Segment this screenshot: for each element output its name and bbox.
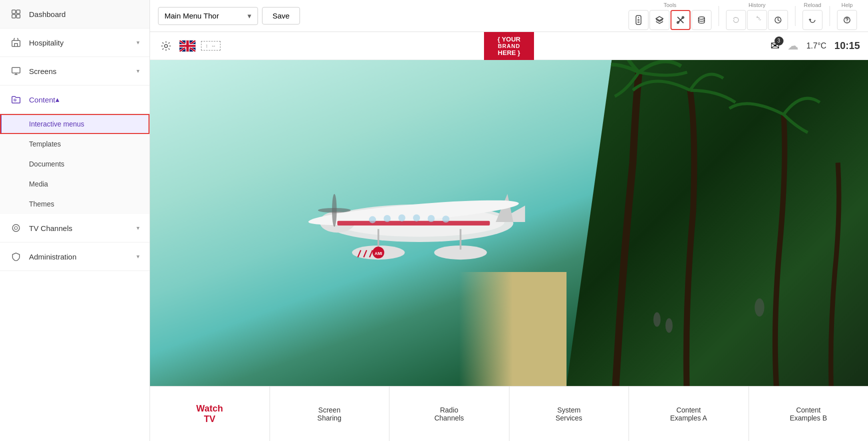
menu-item-radio-channels[interactable]: RadioChannels xyxy=(390,386,510,441)
remote-tool-button[interactable] xyxy=(628,10,648,30)
menu-selector[interactable]: Main Menu Thor ▾ xyxy=(158,7,258,25)
chevron-down-icon: ▾ xyxy=(136,68,140,74)
brand-text-3: HERE } xyxy=(498,49,520,56)
svg-point-28 xyxy=(369,216,376,223)
sidebar-label-screens: Screens xyxy=(29,67,136,76)
grid-icon xyxy=(10,8,22,20)
sidebar-item-content[interactable]: Content ▴ xyxy=(0,86,150,114)
svg-point-31 xyxy=(413,214,420,221)
reload-label: Reload xyxy=(804,2,822,8)
sidebar-sub-label-media: Media xyxy=(29,180,48,188)
sidebar-item-interactive-menus[interactable]: Interactive menus xyxy=(0,114,150,134)
tools-label: Tools xyxy=(664,2,676,8)
chevron-down-admin-icon: ▾ xyxy=(136,253,140,260)
svg-point-32 xyxy=(428,215,434,222)
mail-badge[interactable]: ✉ 3 xyxy=(770,40,780,52)
language-flag[interactable] xyxy=(179,40,196,52)
watch-tv-label: WatchTV xyxy=(196,404,223,424)
sidebar-item-media[interactable]: Media xyxy=(0,174,150,194)
chevron-down-select-icon: ▾ xyxy=(248,12,252,20)
sidebar-label-tv-channels: TV Channels xyxy=(29,224,136,232)
topbar-tools: Tools xyxy=(626,2,860,30)
save-button[interactable]: Save xyxy=(262,7,300,24)
sidebar-sub-label-interactive-menus: Interactive menus xyxy=(29,120,84,128)
mail-count-badge: 3 xyxy=(774,36,784,46)
svg-point-7 xyxy=(12,224,20,232)
svg-rect-5 xyxy=(12,68,20,73)
palm-background xyxy=(566,60,868,386)
sidebar-item-hospitality[interactable]: Hospitality ▾ xyxy=(0,28,150,57)
settings-icon-button[interactable] xyxy=(158,38,174,54)
bottom-menu: WatchTV ScreenSharing RadioChannels Syst… xyxy=(150,386,868,441)
svg-point-6 xyxy=(14,99,16,101)
screen-sharing-label: ScreenSharing xyxy=(318,406,342,422)
svg-point-16 xyxy=(698,16,704,19)
reload-section: Reload xyxy=(802,2,822,30)
topbar-left: Main Menu Thor ▾ Save xyxy=(158,7,620,25)
svg-point-47 xyxy=(666,318,672,333)
main-area: Main Menu Thor ▾ Save Tools xyxy=(150,0,868,441)
preview-area: ↕ ↔ { YOUR BRAND HERE } ✉ 3 ☁ xyxy=(150,32,868,441)
sidebar-item-documents[interactable]: Documents xyxy=(0,154,150,174)
svg-rect-1 xyxy=(16,10,20,14)
weather-icon: ☁ xyxy=(788,40,798,52)
help-label: Help xyxy=(842,2,853,8)
sidebar-item-themes[interactable]: Themes xyxy=(0,194,150,214)
svg-rect-13 xyxy=(638,22,640,23)
sidebar-item-templates[interactable]: Templates xyxy=(0,134,150,154)
svg-rect-0 xyxy=(12,10,16,14)
svg-point-29 xyxy=(384,215,390,222)
svg-text:AMI: AMI xyxy=(374,251,382,256)
menu-item-content-examples-b[interactable]: ContentExamples B xyxy=(749,386,868,441)
history-label: History xyxy=(748,2,766,8)
menu-item-watch-tv[interactable]: WatchTV xyxy=(150,386,270,441)
clock-display: 10:15 xyxy=(834,40,860,52)
sidebar-item-dashboard[interactable]: Dashboard xyxy=(0,0,150,28)
history-buttons xyxy=(726,10,788,30)
svg-rect-11 xyxy=(638,19,640,20)
menu-item-system-services[interactable]: SystemServices xyxy=(510,386,630,441)
history-list-button[interactable] xyxy=(768,10,788,30)
sidebar-item-screens[interactable]: Screens ▾ xyxy=(0,57,150,86)
undo-button[interactable] xyxy=(726,10,746,30)
content-examples-b-label: ContentExamples B xyxy=(790,406,827,422)
layers-tool-button[interactable] xyxy=(650,10,670,30)
sidebar-label-hospitality: Hospitality xyxy=(29,38,136,47)
database-tool-button[interactable] xyxy=(692,10,712,30)
svg-point-30 xyxy=(398,214,405,221)
svg-point-39 xyxy=(318,208,350,212)
main-image-area: AMI xyxy=(150,60,868,386)
help-button[interactable] xyxy=(837,10,857,30)
tv-icon xyxy=(10,222,22,234)
help-section: Help xyxy=(837,2,857,30)
chevron-right-icon: ▾ xyxy=(136,39,140,46)
sidebar-item-tv-channels[interactable]: TV Channels ▾ xyxy=(0,214,150,242)
chevron-up-icon: ▴ xyxy=(56,95,60,104)
system-services-label: SystemServices xyxy=(556,406,582,422)
help-buttons xyxy=(837,10,857,30)
scissors-tool-button[interactable] xyxy=(670,10,690,30)
beach-sand xyxy=(459,272,566,386)
svg-point-20 xyxy=(164,44,168,48)
svg-rect-27 xyxy=(337,220,490,225)
screen-header: ↕ ↔ { YOUR BRAND HERE } ✉ 3 ☁ xyxy=(150,32,868,60)
brand-logo: { YOUR BRAND HERE } xyxy=(484,32,534,60)
topbar: Main Menu Thor ▾ Save Tools xyxy=(150,0,868,32)
redo-button[interactable] xyxy=(747,10,767,30)
reload-buttons xyxy=(802,10,822,30)
screen-header-left: ↕ ↔ xyxy=(158,38,220,54)
menu-selector-label: Main Menu Thor xyxy=(164,12,219,20)
svg-point-48 xyxy=(754,298,764,316)
radio-channels-label: RadioChannels xyxy=(434,406,464,422)
menu-item-content-examples-a[interactable]: ContentExamples A xyxy=(629,386,749,441)
sidebar-sub-label-templates: Templates xyxy=(29,140,61,148)
divider-3 xyxy=(830,6,830,26)
menu-item-screen-sharing[interactable]: ScreenSharing xyxy=(270,386,390,441)
reload-button[interactable] xyxy=(802,10,822,30)
preview-screen: ↕ ↔ { YOUR BRAND HERE } ✉ 3 ☁ xyxy=(150,32,868,441)
svg-rect-12 xyxy=(638,20,640,22)
sidebar: Dashboard Hospitality ▾ Screens ▾ xyxy=(0,0,150,441)
sidebar-item-administration[interactable]: Administration ▾ xyxy=(0,242,150,271)
shield-icon xyxy=(10,250,22,262)
content-examples-a-label: ContentExamples A xyxy=(670,406,707,422)
